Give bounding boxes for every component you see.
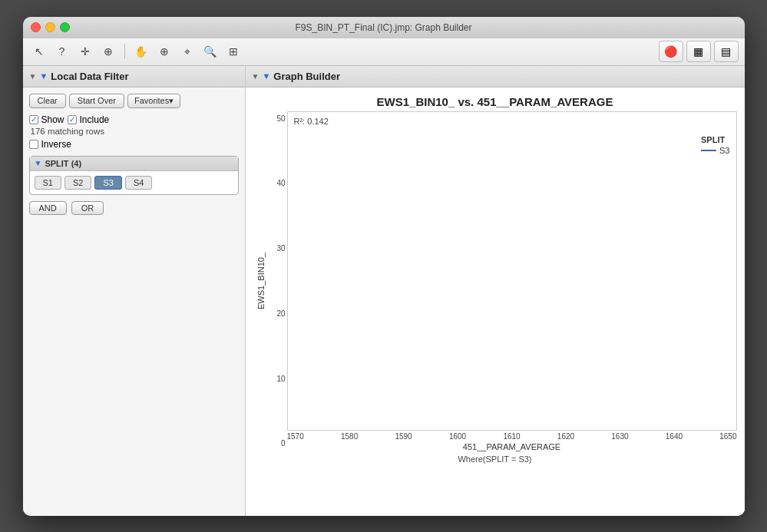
svg-point-41: [448, 361, 453, 365]
jmp-logo-icon[interactable]: 🔴: [659, 41, 683, 62]
svg-point-83: [329, 414, 333, 418]
logic-buttons: AND OR: [29, 201, 239, 215]
svg-point-26: [374, 402, 379, 407]
lasso-tool[interactable]: ⌖: [177, 42, 197, 61]
svg-point-47: [478, 361, 483, 365]
svg-point-36: [424, 355, 428, 359]
svg-point-37: [428, 378, 433, 383]
svg-point-199: [528, 308, 533, 312]
svg-point-75: [618, 337, 623, 342]
x-label-1620: 1620: [557, 432, 574, 441]
left-panel: ▼ ▼ Local Data Filter Clear Start Over F…: [23, 66, 246, 516]
x-label-1600: 1600: [449, 432, 466, 441]
svg-point-200: [578, 284, 583, 289]
pill-s2[interactable]: S2: [64, 176, 91, 190]
svg-point-93: [428, 396, 433, 401]
close-button[interactable]: [31, 22, 41, 32]
svg-point-58: [533, 337, 537, 342]
chart-plot[interactable]: R²: 0.142 SPLIT S3: [287, 111, 737, 431]
svg-point-195: [329, 361, 333, 365]
y-label-10: 10: [270, 375, 286, 383]
include-checkbox[interactable]: [68, 115, 77, 124]
table-view-icon[interactable]: ▤: [714, 41, 739, 62]
split-collapse-icon[interactable]: ▼: [35, 159, 42, 167]
svg-point-181: [438, 213, 443, 218]
include-label: Include: [80, 114, 110, 125]
svg-point-186: [588, 290, 593, 295]
svg-point-80: [643, 313, 647, 318]
svg-point-129: [424, 331, 428, 335]
show-checkbox[interactable]: [29, 115, 38, 124]
svg-point-138: [533, 331, 537, 335]
zoom-tool[interactable]: ⊕: [154, 42, 174, 61]
svg-point-188: [314, 378, 319, 383]
svg-point-173: [568, 313, 573, 318]
svg-point-167: [628, 337, 633, 342]
and-button[interactable]: AND: [29, 201, 67, 215]
svg-point-184: [388, 255, 393, 259]
pill-s1[interactable]: S1: [35, 176, 61, 190]
svg-point-105: [548, 378, 553, 383]
move-tool[interactable]: ⊕: [98, 42, 118, 61]
svg-point-114: [638, 308, 643, 312]
inverse-checkbox[interactable]: [29, 140, 38, 149]
search-tool[interactable]: 🔍: [200, 42, 220, 61]
or-button[interactable]: OR: [71, 201, 104, 215]
svg-point-42: [454, 343, 458, 348]
x-label-1650: 1650: [719, 432, 736, 441]
svg-point-59: [538, 355, 543, 359]
svg-point-191: [464, 308, 468, 312]
svg-point-53: [508, 325, 513, 330]
svg-point-126: [603, 296, 607, 300]
svg-point-66: [573, 325, 577, 330]
select-plus-tool[interactable]: ⊞: [223, 42, 243, 61]
svg-point-192: [513, 296, 517, 300]
favorites-button[interactable]: Favorites▾: [127, 94, 180, 108]
svg-point-48: [484, 349, 488, 353]
svg-point-70: [593, 319, 597, 324]
svg-point-197: [428, 319, 433, 324]
svg-point-98: [478, 319, 483, 324]
svg-point-95: [448, 384, 453, 388]
svg-point-69: [588, 331, 593, 335]
svg-point-128: [374, 361, 379, 365]
help-tool[interactable]: ?: [52, 42, 72, 61]
svg-point-33: [408, 361, 413, 365]
maximize-button[interactable]: [60, 22, 70, 32]
matching-rows-text: 176 matching rows: [31, 127, 239, 136]
svg-point-43: [458, 366, 463, 371]
svg-point-44: [464, 355, 468, 359]
svg-point-76: [623, 290, 627, 295]
svg-point-187: [638, 331, 643, 335]
svg-point-90: [398, 349, 403, 353]
pill-s4[interactable]: S4: [125, 176, 152, 190]
pill-s3[interactable]: S3: [94, 176, 121, 190]
x-label-1630: 1630: [611, 432, 628, 441]
svg-point-30: [394, 366, 398, 371]
hand-tool[interactable]: ✋: [131, 42, 151, 61]
show-label: Show: [41, 114, 64, 125]
y-label-20: 20: [270, 309, 286, 318]
svg-point-174: [618, 325, 623, 330]
grid-view-icon[interactable]: ▦: [686, 41, 711, 62]
cursor-tool[interactable]: ↖: [29, 42, 49, 61]
crosshair-tool[interactable]: ✛: [75, 42, 95, 61]
scatter-chart: [288, 112, 736, 430]
minimize-button[interactable]: [45, 22, 55, 32]
svg-point-100: [498, 313, 503, 318]
svg-point-170: [418, 349, 423, 353]
graph-collapse-arrow[interactable]: ▼: [252, 72, 260, 81]
filter-action-buttons: Clear Start Over Favorites▾: [29, 94, 239, 108]
graph-icon: ▼: [262, 71, 270, 81]
svg-point-25: [369, 378, 373, 383]
svg-point-185: [538, 273, 543, 277]
start-over-button[interactable]: Start Over: [69, 94, 124, 108]
filter-collapse-arrow[interactable]: ▼: [29, 72, 37, 81]
clear-button[interactable]: Clear: [29, 94, 66, 108]
x-label-1610: 1610: [503, 432, 520, 441]
svg-point-148: [488, 325, 493, 330]
svg-point-106: [558, 290, 563, 295]
svg-point-117: [438, 243, 443, 247]
svg-point-147: [464, 337, 468, 342]
svg-point-205: [504, 319, 508, 324]
